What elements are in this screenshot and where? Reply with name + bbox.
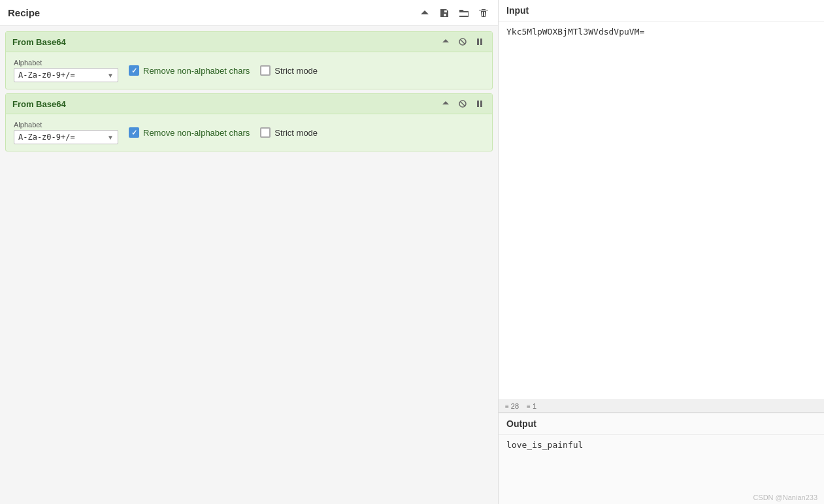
alphabet-arrow-2: ▼ — [107, 134, 114, 141]
alphabet-label-1: Alphabet — [14, 59, 118, 67]
op-collapse-icon-2[interactable] — [440, 98, 452, 110]
trash-icon[interactable] — [477, 7, 490, 20]
strict-mode-group-2: Strict mode — [260, 127, 318, 138]
operation-header-1: From Base64 — [6, 32, 492, 52]
alphabet-group-2: Alphabet A-Za-z0-9+/= ▼ — [14, 121, 118, 144]
alphabet-value-1: A-Za-z0-9+/= — [18, 71, 75, 80]
input-section: Input Ykc5MlpWOXBjMTl3WVdsdVpuVM= ≡ 28 ≡… — [499, 0, 824, 413]
strict-mode-label-1[interactable]: Strict mode — [274, 66, 318, 76]
operation-body-2: Alphabet A-Za-z0-9+/= ▼ Remove non-alpha… — [6, 114, 492, 151]
op-disable-icon-1[interactable] — [457, 36, 469, 48]
svg-rect-7 — [480, 101, 482, 107]
recipe-header-icons — [418, 7, 490, 20]
recipe-title: Recipe — [8, 7, 40, 18]
watermark: CSDN @Nanian233 — [499, 491, 824, 504]
alphabet-arrow-1: ▼ — [107, 72, 114, 79]
operation-title-2: From Base64 — [12, 99, 66, 109]
save-icon[interactable] — [438, 7, 451, 20]
alphabet-value-2: A-Za-z0-9+/= — [18, 133, 75, 142]
recipe-header: Recipe — [0, 0, 498, 26]
svg-rect-3 — [480, 39, 482, 45]
operations-area: From Base64 Alphabet — [0, 26, 498, 504]
operation-header-icons-1 — [440, 36, 486, 48]
char-count-value: 28 — [511, 402, 519, 410]
line-count-item: ≡ 1 — [527, 402, 536, 410]
strict-mode-label-2[interactable]: Strict mode — [274, 128, 318, 138]
output-section: Output love_is_painful CSDN @Nanian233 — [499, 413, 824, 504]
alphabet-group-1: Alphabet A-Za-z0-9+/= ▼ — [14, 59, 118, 82]
op-disable-icon-2[interactable] — [457, 98, 469, 110]
alphabet-label-2: Alphabet — [14, 121, 118, 129]
operation-card-1: From Base64 Alphabet — [5, 31, 493, 89]
svg-line-5 — [461, 102, 465, 106]
operation-title-1: From Base64 — [12, 37, 66, 47]
op-collapse-icon-1[interactable] — [440, 36, 452, 48]
svg-rect-6 — [477, 101, 479, 107]
folder-icon[interactable] — [457, 7, 470, 20]
strict-mode-checkbox-1[interactable] — [260, 65, 271, 76]
input-textarea[interactable]: Ykc5MlpWOXBjMTl3WVdsdVpuVM= — [499, 22, 824, 400]
remove-nonalpha-group-2: Remove non-alphabet chars — [129, 127, 250, 138]
strict-mode-checkbox-2[interactable] — [260, 127, 271, 138]
output-header: Output — [499, 413, 824, 435]
svg-rect-2 — [477, 39, 479, 45]
svg-line-1 — [461, 40, 465, 44]
left-panel: Recipe From Base64 — [0, 0, 499, 504]
operation-body-1: Alphabet A-Za-z0-9+/= ▼ Remove non-alpha… — [6, 52, 492, 89]
input-statusbar: ≡ 28 ≡ 1 — [499, 400, 824, 412]
line-count-icon: ≡ — [527, 403, 531, 410]
output-content: love_is_painful — [499, 435, 824, 491]
operation-header-2: From Base64 — [6, 94, 492, 114]
remove-nonalpha-group-1: Remove non-alphabet chars — [129, 65, 250, 76]
strict-mode-group-1: Strict mode — [260, 65, 318, 76]
line-count-value: 1 — [533, 402, 536, 410]
remove-nonalpha-label-2[interactable]: Remove non-alphabet chars — [143, 128, 250, 138]
input-header: Input — [499, 0, 824, 22]
alphabet-select-1[interactable]: A-Za-z0-9+/= ▼ — [14, 68, 118, 82]
remove-nonalpha-checkbox-2[interactable] — [129, 127, 139, 138]
char-count-icon: ≡ — [505, 403, 509, 410]
remove-nonalpha-checkbox-1[interactable] — [129, 65, 139, 76]
char-count-item: ≡ 28 — [505, 402, 519, 410]
op-pause-icon-2[interactable] — [474, 98, 486, 110]
operation-header-icons-2 — [440, 98, 486, 110]
right-panel: Input Ykc5MlpWOXBjMTl3WVdsdVpuVM= ≡ 28 ≡… — [499, 0, 824, 504]
chevron-up-icon[interactable] — [418, 7, 431, 20]
remove-nonalpha-label-1[interactable]: Remove non-alphabet chars — [143, 66, 250, 76]
alphabet-select-2[interactable]: A-Za-z0-9+/= ▼ — [14, 130, 118, 144]
operation-card-2: From Base64 Alphabet — [5, 93, 493, 151]
op-pause-icon-1[interactable] — [474, 36, 486, 48]
